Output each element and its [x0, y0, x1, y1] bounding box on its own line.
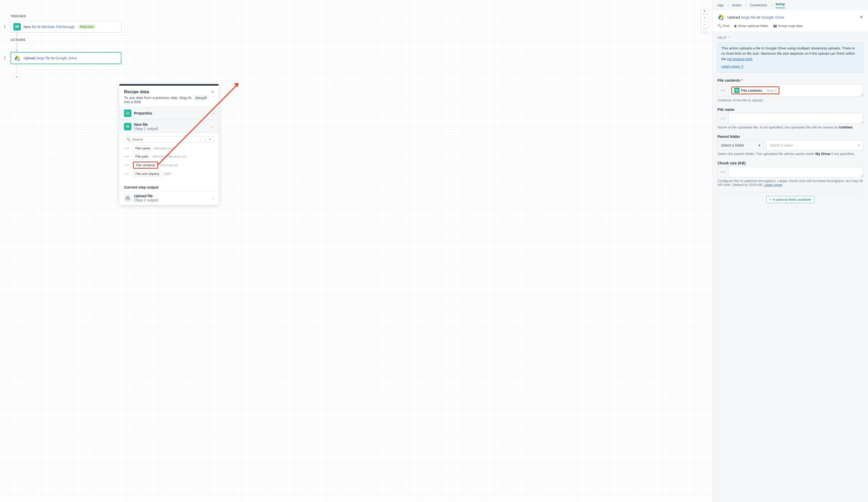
recipe-data-subtitle: To use data from a previous step, drag i… [124, 96, 214, 104]
chevron-right-icon: › [213, 196, 214, 200]
prev-icon[interactable]: ⌃ [199, 137, 202, 141]
learn-more-link[interactable]: Learn more ↗ [721, 64, 744, 68]
datapill-file-name[interactable]: ABCFile namefilename.csv [124, 145, 214, 151]
trigger-node[interactable]: New file in Workato FileStorage Real-tim… [11, 21, 121, 33]
svg-rect-12 [126, 127, 129, 127]
google-drive-icon [14, 54, 21, 62]
panel-title-row: Upload large file to Google Drive ✕ [713, 10, 868, 24]
svg-rect-1 [16, 27, 19, 28]
recipe-canvas[interactable]: ↻ + − ⛶ TRIGGER ACTIONS 1 2 New file in … [0, 0, 712, 502]
svg-rect-8 [126, 112, 129, 114]
svg-rect-11 [126, 125, 129, 126]
trigger-section-label: TRIGGER [11, 14, 26, 18]
tab-app[interactable]: App [717, 3, 723, 7]
filestorage-icon [13, 23, 21, 31]
group-icon: ▮▮ [773, 24, 777, 28]
add-step-button[interactable]: + [13, 73, 20, 80]
chevron-up-icon: ⌃ [728, 36, 731, 40]
refresh-btn[interactable]: ↻ [701, 8, 709, 14]
search-icon: 🔍 [717, 24, 722, 28]
trigger-text: New file in Workato FileStorage [23, 25, 75, 29]
chevron-right-icon: › [213, 111, 214, 115]
show-optional-button[interactable]: ◉Show optional fields [734, 24, 768, 28]
job-timeout-link[interactable]: job timeout limit. [727, 57, 753, 61]
file-contents-input[interactable]: ABC File contents Step 1 [717, 84, 863, 97]
recipe-data-title: Recipe data [124, 89, 149, 95]
uploadfile-block[interactable]: Upload file (Step 2 output) › [119, 191, 219, 205]
parent-folder-label: Parent folder [717, 135, 863, 139]
datapill-fields: ABCFile namefilename.csv ABCFile path/di… [119, 145, 219, 182]
google-drive-icon [717, 13, 725, 21]
svg-rect-21 [736, 89, 738, 90]
zoom-out-btn[interactable]: − [701, 22, 709, 27]
action-text: Upload large file to Google Drive [24, 56, 77, 60]
zoom-in-btn[interactable]: + [701, 15, 709, 21]
recipe-search[interactable]: 🔍 Search ⌃ ⌄ ✕ [124, 136, 214, 143]
close-search-icon[interactable]: ✕ [209, 137, 211, 141]
eye-icon: ◉ [734, 24, 737, 28]
file-name-label: File name [717, 107, 863, 112]
setup-form: HELP ⌃ This action uploads a file to Goo… [713, 32, 868, 502]
chevron-right-icon: → [770, 3, 773, 7]
properties-block[interactable]: Properties › [119, 107, 219, 119]
help-box: This action uploads a file to Google Dri… [717, 42, 863, 73]
chevron-down-icon: ⌄ [211, 125, 214, 128]
file-name-hint: Name of the uploaded file. If not specif… [717, 125, 863, 129]
tab-connection[interactable]: Connection [750, 3, 767, 7]
svg-rect-22 [736, 90, 738, 91]
action-node-upload[interactable]: Upload large file to Google Drive [11, 52, 121, 64]
filestorage-pill-icon [734, 88, 740, 93]
properties-icon [124, 109, 131, 117]
current-step-label: Current step output [119, 182, 219, 191]
canvas-controls: ↻ + − ⛶ [701, 8, 709, 34]
google-drive-icon-gray [124, 195, 131, 202]
learn-more-chunk-link[interactable]: Learn more [764, 183, 782, 187]
realtime-badge: Real-time [78, 24, 96, 29]
next-icon[interactable]: ⌄ [204, 137, 207, 141]
recipe-data-panel: Recipe data ⇅ To use data from a previou… [119, 84, 219, 205]
step-number-2: 2 [4, 56, 6, 60]
plus-icon: + [770, 198, 772, 201]
close-panel-button[interactable]: ✕ [859, 14, 863, 20]
file-contents-hint: Contents of the file to upload. [717, 98, 863, 102]
chevron-right-icon: → [726, 3, 729, 7]
chunk-size-hint: Configure this to optimize throughput. L… [717, 179, 863, 187]
svg-marker-3 [16, 50, 18, 52]
parent-folder-value-dropdown[interactable]: Select a value▾ [766, 140, 863, 150]
caret-down-icon: ▾ [858, 143, 860, 147]
external-link-icon: ↗ [741, 64, 744, 68]
svg-marker-17 [234, 83, 239, 87]
filestorage-icon-small [124, 123, 131, 130]
find-button[interactable]: 🔍Find [717, 24, 729, 28]
group-map-button[interactable]: ▮▮Group map data [773, 24, 803, 28]
help-label[interactable]: HELP ⌃ [717, 36, 863, 40]
step-number-1: 1 [4, 24, 6, 29]
fit-btn[interactable]: ⛶ [701, 28, 709, 34]
parent-folder-type-dropdown[interactable]: Select a folder▾ [717, 140, 764, 150]
file-contents-label: File contents * [717, 78, 863, 83]
connector-2 [15, 64, 18, 74]
caret-down-icon: ▾ [758, 143, 760, 147]
inserted-datapill[interactable]: File contents Step 1 [731, 86, 779, 94]
config-sidebar: App → Action → Connection → Setup Upload… [712, 0, 868, 502]
datapill-file-size[interactable]: 123File size (bytes)1000 [124, 171, 214, 177]
chunk-size-input[interactable]: ABC [717, 167, 863, 177]
datapill-file-path[interactable]: ABCFile path/directory/filename.csv [124, 154, 214, 159]
datapill-file-contents[interactable]: ABCFile contentslorem ipsum [124, 161, 214, 169]
panel-toolbar: 🔍Find ◉Show optional fields ▮▮Group map … [713, 24, 868, 32]
parent-folder-hint: Select the parent folder. The uploaded f… [717, 152, 863, 156]
optional-fields-button[interactable]: +8 optional fields available [766, 196, 815, 203]
tab-action[interactable]: Action [732, 3, 741, 7]
file-name-input[interactable]: ABC [717, 113, 863, 124]
search-icon: 🔍 [126, 137, 131, 141]
connector-1 [15, 31, 18, 52]
chunk-size-label: Chunk size (KB) [717, 161, 863, 165]
panel-resize-icon[interactable]: ⇅ [211, 90, 214, 94]
app-root: ↻ + − ⛶ TRIGGER ACTIONS 1 2 New file in … [0, 0, 868, 502]
chevron-right-icon: → [744, 3, 747, 7]
svg-rect-0 [16, 25, 19, 26]
panel-title-text: Upload large file to Google Drive [727, 15, 784, 19]
newfile-block[interactable]: New file (Step 1 output) ⌄ [119, 119, 219, 134]
breadcrumb-tabs: App → Action → Connection → Setup [713, 0, 868, 10]
tab-setup[interactable]: Setup [775, 2, 785, 8]
